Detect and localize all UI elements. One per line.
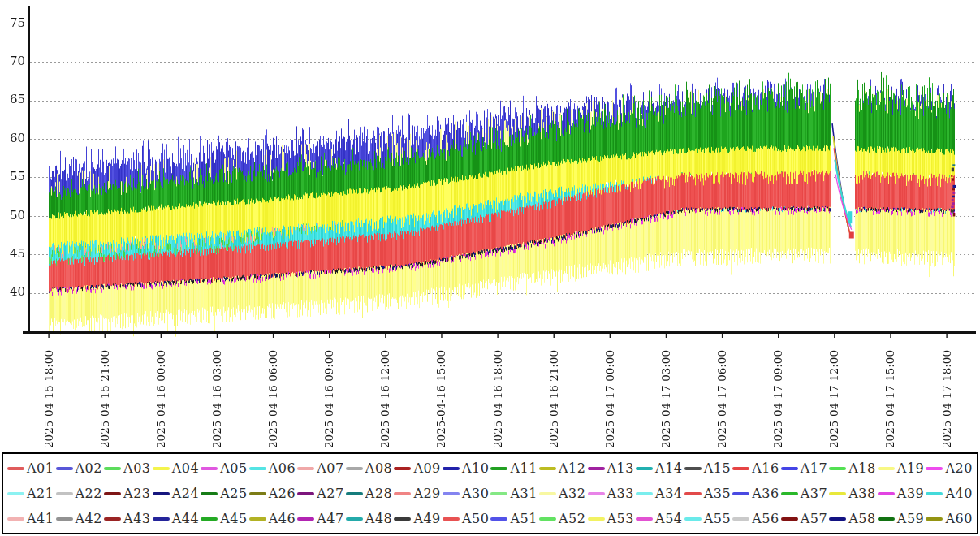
legend-label: A23 [123,486,150,501]
legend-label: A39 [897,486,924,501]
legend-swatch-icon [201,492,218,495]
legend-item: A58 [829,511,875,526]
legend-label: A05 [220,460,247,476]
legend-item: A59 [878,511,924,526]
legend-swatch-icon [829,517,846,521]
time-series-chart [0,0,980,452]
legend-swatch-icon [926,467,943,470]
legend-swatch-icon [781,517,798,521]
legend-label: A16 [752,460,779,476]
legend-swatch-icon [104,492,121,495]
legend-item: A44 [153,511,199,526]
legend-swatch-icon [588,517,605,521]
legend-swatch-icon [926,492,943,495]
legend-swatch-icon [346,517,363,521]
legend-label: A51 [510,511,537,526]
legend-label: A07 [317,460,343,476]
legend-label: A47 [317,511,343,526]
legend-swatch-icon [56,517,73,521]
legend-label: A29 [413,486,440,501]
legend-item: A22 [56,486,102,501]
legend-label: A14 [655,460,682,476]
legend-item: A54 [636,511,682,526]
legend-swatch-icon [443,492,460,495]
legend-label: A58 [848,511,875,526]
legend-item: A33 [588,486,634,501]
legend-label: A17 [801,460,827,476]
legend-label: A06 [269,460,296,476]
legend-item: A43 [104,511,150,526]
legend-swatch-icon [684,517,702,521]
legend-swatch-icon [297,517,314,521]
legend-label: A40 [945,486,972,501]
legend-swatch-icon [781,492,798,495]
legend-label: A10 [462,460,489,476]
legend-label: A18 [848,460,875,476]
legend-item: A32 [539,486,585,501]
legend-item: A27 [297,486,343,501]
legend-swatch-icon [636,467,653,470]
legend-item: A49 [394,511,440,526]
legend-item: A02 [56,460,102,476]
legend-label: A37 [801,486,827,501]
legend-item: A40 [926,486,972,501]
legend-swatch-icon [636,492,653,495]
legend-label: A46 [269,511,296,526]
legend-label: A53 [607,511,634,526]
legend-item: A06 [249,460,296,476]
legend-label: A11 [510,460,537,476]
legend-item: A28 [346,486,392,501]
legend-label: A55 [704,511,731,526]
legend-item: A04 [153,460,199,476]
legend-label: A12 [559,460,585,476]
legend-label: A44 [172,511,199,526]
legend-label: A32 [559,486,585,501]
legend-label: A09 [413,460,440,476]
legend-item: A52 [539,511,585,526]
legend-swatch-icon [56,467,73,470]
legend-item: A46 [249,511,296,526]
legend-swatch-icon [588,492,605,495]
legend-swatch-icon [539,517,556,521]
legend-swatch-icon [394,517,411,521]
legend-item: A55 [684,511,731,526]
legend-item: A24 [153,486,199,501]
legend-swatch-icon [56,492,73,495]
chart-canvas [0,0,980,452]
legend-item: A19 [878,460,924,476]
legend-swatch-icon [926,517,943,521]
legend-swatch-icon [539,467,556,470]
legend-swatch-icon [588,467,605,470]
legend-item: A07 [297,460,343,476]
legend-item: A36 [732,486,779,501]
legend-swatch-icon [7,492,24,495]
legend-label: A45 [220,511,247,526]
legend-swatch-icon [249,517,266,521]
legend-label: A22 [76,486,102,501]
legend-swatch-icon [878,492,895,495]
legend-item: A13 [588,460,634,476]
legend-swatch-icon [201,517,218,521]
legend-swatch-icon [443,517,460,521]
legend-label: A26 [269,486,296,501]
legend-item: A16 [732,460,779,476]
legend-label: A33 [607,486,634,501]
legend-item: A23 [104,486,150,501]
legend-swatch-icon [201,467,218,470]
legend-label: A02 [76,460,102,476]
legend-item: A30 [443,486,489,501]
legend-swatch-icon [829,492,846,495]
chart-legend: A01A02A03A04A05A06A07A08A09A10A11A12A13A… [2,452,978,534]
legend-item: A38 [829,486,875,501]
legend-item: A57 [781,511,827,526]
legend-swatch-icon [297,467,314,470]
legend-swatch-icon [443,467,460,470]
legend-label: A24 [172,486,199,501]
legend-item: A45 [201,511,247,526]
legend-item: A37 [781,486,827,501]
legend-item: A56 [732,511,779,526]
legend-item: A05 [201,460,247,476]
legend-label: A41 [27,511,54,526]
legend-item: A41 [7,511,54,526]
legend-item: A18 [829,460,875,476]
